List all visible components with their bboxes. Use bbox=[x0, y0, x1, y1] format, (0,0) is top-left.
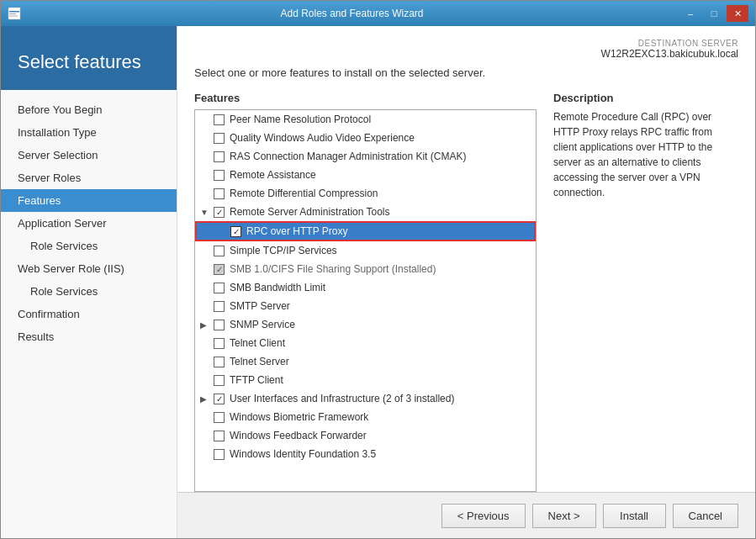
sidebar-item-application-server[interactable]: Application Server bbox=[1, 212, 177, 235]
features-list[interactable]: Peer Name Resolution Protocol Quality Wi… bbox=[194, 109, 537, 492]
sidebar-item-web-server-role[interactable]: Web Server Role (IIS) bbox=[1, 257, 177, 280]
feature-telnet-client[interactable]: Telnet Client bbox=[195, 334, 536, 352]
sidebar: Select features Before You Begin Install… bbox=[1, 26, 177, 538]
checkbox-smtp-server[interactable] bbox=[214, 301, 225, 312]
sidebar-item-features[interactable]: Features bbox=[1, 189, 177, 212]
feature-rpc-over-http[interactable]: RPC over HTTP Proxy bbox=[195, 221, 536, 241]
checkbox-simple-tcp[interactable] bbox=[214, 246, 225, 256]
svg-rect-1 bbox=[9, 11, 19, 13]
feature-telnet-client-label: Telnet Client bbox=[230, 337, 285, 349]
checkbox-ras-connection[interactable] bbox=[214, 151, 225, 162]
feature-rpc-over-http-label: RPC over HTTP Proxy bbox=[246, 225, 347, 237]
title-bar: Add Roles and Features Wizard – □ ✕ bbox=[1, 1, 755, 26]
checkbox-telnet-client[interactable] bbox=[214, 338, 225, 349]
expand-placeholder bbox=[200, 357, 212, 367]
checkbox-smb-bandwidth[interactable] bbox=[214, 283, 225, 293]
feature-snmp-service-label: SNMP Service bbox=[230, 319, 295, 330]
sidebar-item-confirmation[interactable]: Confirmation bbox=[1, 303, 177, 325]
minimize-button[interactable]: – bbox=[679, 5, 701, 22]
svg-rect-3 bbox=[9, 16, 18, 17]
feature-ras-label: RAS Connection Manager Administration Ki… bbox=[230, 151, 466, 162]
destination-info: DESTINATION SERVER W12R2EXC13.bakicubuk.… bbox=[601, 39, 738, 60]
main-content: Features Peer Name Resolution Protocol Q… bbox=[177, 92, 755, 492]
checkbox-tftp-client[interactable] bbox=[214, 375, 225, 386]
sidebar-item-results[interactable]: Results bbox=[1, 325, 177, 348]
feature-remote-assistance[interactable]: Remote Assistance bbox=[195, 166, 536, 184]
checkbox-remote-differential[interactable] bbox=[214, 188, 225, 199]
main-window: Add Roles and Features Wizard – □ ✕ Sele… bbox=[0, 0, 756, 539]
expand-arrow-remote-server[interactable]: ▼ bbox=[200, 208, 212, 217]
feature-remote-differential[interactable]: Remote Differential Compression bbox=[195, 184, 536, 203]
checkbox-windows-feedback[interactable] bbox=[214, 431, 225, 441]
cancel-button[interactable]: Cancel bbox=[673, 504, 738, 528]
checkbox-snmp-service[interactable] bbox=[214, 320, 225, 330]
feature-remote-assistance-label: Remote Assistance bbox=[230, 169, 316, 181]
sidebar-header: Select features bbox=[1, 26, 177, 90]
maximize-button[interactable]: □ bbox=[703, 5, 725, 22]
expand-placeholder bbox=[200, 265, 212, 274]
sidebar-item-server-roles[interactable]: Server Roles bbox=[1, 166, 177, 189]
description-panel: Description Remote Procedure Call (RPC) … bbox=[553, 92, 738, 492]
expand-placeholder bbox=[200, 450, 212, 459]
checkbox-windows-identity[interactable] bbox=[214, 449, 225, 460]
close-button[interactable]: ✕ bbox=[727, 5, 748, 22]
previous-button[interactable]: < Previous bbox=[441, 504, 526, 528]
main-panel: DESTINATION SERVER W12R2EXC13.bakicubuk.… bbox=[177, 26, 755, 538]
features-label: Features bbox=[194, 92, 537, 104]
features-panel: Features Peer Name Resolution Protocol Q… bbox=[194, 92, 537, 492]
sidebar-item-before-you-begin[interactable]: Before You Begin bbox=[1, 98, 177, 121]
next-button[interactable]: Next > bbox=[532, 504, 596, 528]
feature-smb1-cifs-label: SMB 1.0/CIFS File Sharing Support (Insta… bbox=[230, 263, 436, 275]
expand-placeholder bbox=[217, 227, 229, 236]
expand-placeholder bbox=[200, 283, 212, 293]
feature-smb-bandwidth[interactable]: SMB Bandwidth Limit bbox=[195, 278, 536, 297]
sidebar-item-server-selection[interactable]: Server Selection bbox=[1, 144, 177, 166]
expand-arrow-user-interfaces[interactable]: ▶ bbox=[200, 394, 212, 404]
feature-tftp-client[interactable]: TFTP Client bbox=[195, 371, 536, 389]
feature-smtp-server[interactable]: SMTP Server bbox=[195, 297, 536, 315]
feature-peer-name[interactable]: Peer Name Resolution Protocol bbox=[195, 110, 536, 129]
expand-placeholder bbox=[200, 431, 212, 441]
feature-ras-connection[interactable]: RAS Connection Manager Administration Ki… bbox=[195, 147, 536, 166]
checkbox-smb1-cifs[interactable] bbox=[214, 264, 225, 275]
checkbox-remote-server-admin[interactable] bbox=[214, 207, 225, 218]
expand-placeholder bbox=[200, 189, 212, 198]
checkbox-user-interfaces[interactable] bbox=[214, 394, 225, 404]
svg-rect-2 bbox=[9, 13, 16, 14]
feature-windows-feedback-label: Windows Feedback Forwarder bbox=[230, 430, 367, 441]
feature-user-interfaces[interactable]: ▶ User Interfaces and Infrastructure (2 … bbox=[195, 389, 536, 408]
destination-label: DESTINATION SERVER bbox=[601, 39, 738, 48]
sidebar-item-installation-type[interactable]: Installation Type bbox=[1, 121, 177, 144]
feature-windows-biometric[interactable]: Windows Biometric Framework bbox=[195, 408, 536, 426]
feature-telnet-server[interactable]: Telnet Server bbox=[195, 352, 536, 371]
expand-arrow-snmp[interactable]: ▶ bbox=[200, 320, 212, 330]
sidebar-heading: Select features bbox=[18, 51, 160, 73]
feature-simple-tcp[interactable]: Simple TCP/IP Services bbox=[195, 241, 536, 260]
expand-placeholder bbox=[200, 115, 212, 124]
expand-placeholder bbox=[200, 171, 212, 180]
window-controls: – □ ✕ bbox=[679, 5, 748, 22]
feature-smb1-cifs[interactable]: SMB 1.0/CIFS File Sharing Support (Insta… bbox=[195, 260, 536, 278]
checkbox-telnet-server[interactable] bbox=[214, 357, 225, 367]
checkbox-rpc-over-http[interactable] bbox=[230, 226, 241, 237]
feature-windows-identity[interactable]: Windows Identity Foundation 3.5 bbox=[195, 445, 536, 463]
instruction-text: Select one or more features to install o… bbox=[194, 66, 738, 79]
feature-quality-windows[interactable]: Quality Windows Audio Video Experience bbox=[195, 129, 536, 147]
expand-placeholder bbox=[200, 339, 212, 348]
expand-placeholder bbox=[200, 302, 212, 311]
feature-windows-feedback[interactable]: Windows Feedback Forwarder bbox=[195, 426, 536, 445]
install-button[interactable]: Install bbox=[603, 504, 666, 528]
feature-remote-server-admin-label: Remote Server Administration Tools bbox=[230, 206, 390, 218]
feature-remote-server-admin[interactable]: ▼ Remote Server Administration Tools bbox=[195, 203, 536, 221]
feature-smb-bandwidth-label: SMB Bandwidth Limit bbox=[230, 282, 325, 293]
sidebar-item-role-services-app[interactable]: Role Services bbox=[1, 235, 177, 257]
feature-snmp-service[interactable]: ▶ SNMP Service bbox=[195, 315, 536, 334]
expand-placeholder bbox=[200, 413, 212, 422]
sidebar-item-role-services-web[interactable]: Role Services bbox=[1, 280, 177, 303]
checkbox-peer-name[interactable] bbox=[214, 114, 225, 125]
checkbox-quality-windows[interactable] bbox=[214, 133, 225, 144]
main-header: DESTINATION SERVER W12R2EXC13.bakicubuk.… bbox=[177, 26, 755, 92]
checkbox-windows-biometric[interactable] bbox=[214, 412, 225, 423]
sidebar-nav: Before You Begin Installation Type Serve… bbox=[1, 90, 177, 357]
checkbox-remote-assistance[interactable] bbox=[214, 170, 225, 181]
